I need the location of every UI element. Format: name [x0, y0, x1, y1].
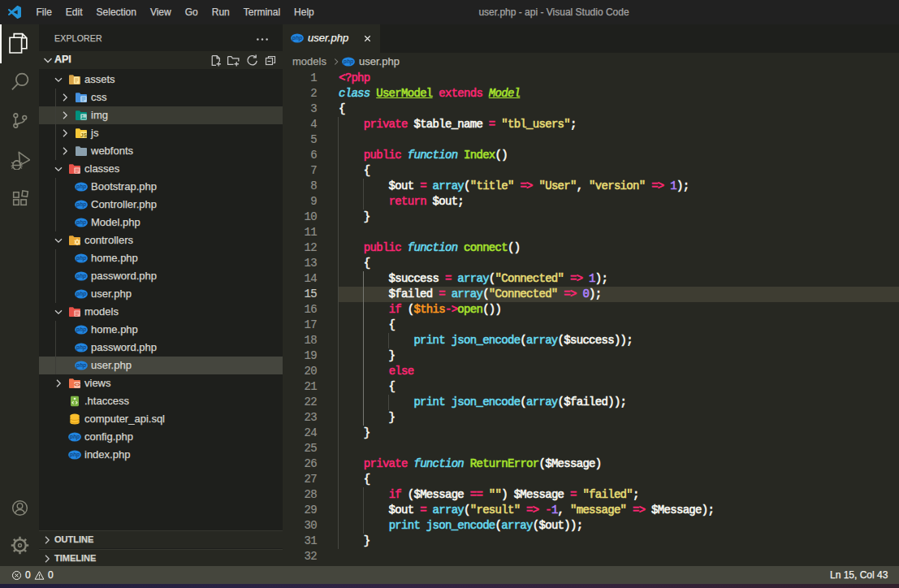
svg-text:php: php — [76, 184, 86, 190]
svg-text:php: php — [76, 326, 86, 333]
svg-text:php: php — [69, 452, 80, 458]
svg-text:php: php — [292, 35, 302, 41]
svg-text:php: php — [76, 201, 86, 208]
svg-text:php: php — [69, 434, 80, 440]
svg-text:php: php — [343, 58, 353, 65]
svg-text:php: php — [76, 362, 86, 369]
svg-text:php: php — [76, 291, 86, 297]
svg-text:php: php — [76, 255, 86, 262]
svg-text:<>: <> — [74, 382, 80, 387]
svg-text:JS: JS — [80, 132, 88, 138]
svg-text:php: php — [76, 219, 86, 226]
svg-text:php: php — [76, 344, 86, 351]
svg-text:php: php — [76, 273, 86, 279]
